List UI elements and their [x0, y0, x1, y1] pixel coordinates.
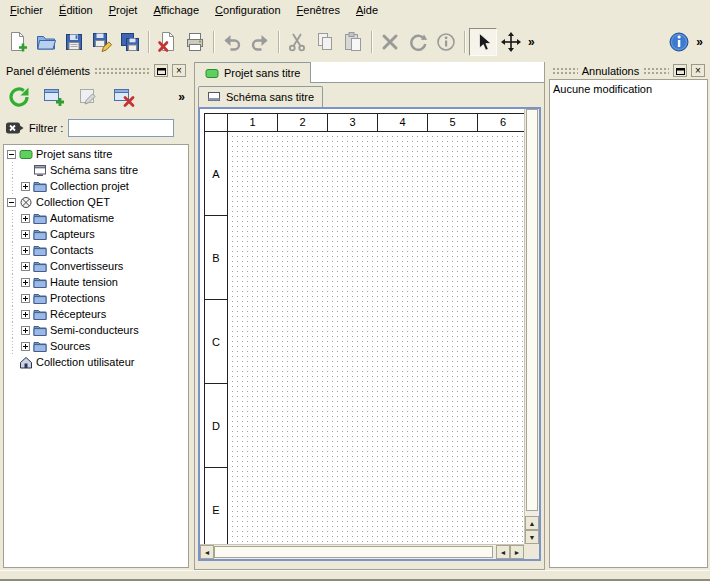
delete-button[interactable]: [376, 28, 404, 56]
filter-row: Filtrer :: [3, 115, 189, 141]
schema-icon: [207, 91, 221, 103]
tree-item-semi-conducteurs[interactable]: Semi-conducteurs: [4, 322, 188, 338]
move-tool-button[interactable]: [497, 28, 525, 56]
panel-overflow-button[interactable]: »: [175, 90, 188, 104]
cut-button[interactable]: [283, 28, 311, 56]
scroll-down-button[interactable]: ▼: [525, 530, 539, 544]
menu-projet[interactable]: Projet: [101, 0, 146, 22]
tree-item-recepteurs[interactable]: Récepteurs: [4, 306, 188, 322]
scroll-right-button[interactable]: ►: [510, 545, 524, 559]
statusbar: [0, 570, 710, 581]
filter-input[interactable]: [68, 119, 174, 137]
toolbar-overflow-button[interactable]: »: [525, 35, 538, 49]
expand-toggle[interactable]: [21, 262, 30, 271]
print-button[interactable]: [181, 28, 209, 56]
schema-canvas[interactable]: 1 2 3 4 5 6 A B C: [200, 109, 524, 544]
tree-item-protections[interactable]: Protections: [4, 290, 188, 306]
menu-edition[interactable]: Édition: [51, 0, 101, 22]
about-icon: [668, 31, 690, 53]
undo-history-list[interactable]: Aucune modification: [549, 79, 708, 568]
expand-toggle[interactable]: [21, 182, 30, 191]
menu-configuration[interactable]: Configuration: [207, 0, 288, 22]
tree-item-collection-projet[interactable]: Collection projet: [4, 178, 188, 194]
tree-item-capteurs[interactable]: Capteurs: [4, 226, 188, 242]
dock-grip[interactable]: [552, 67, 578, 74]
information-button[interactable]: [432, 28, 460, 56]
close-panel-button[interactable]: ×: [172, 64, 186, 77]
schema-editor[interactable]: 1 2 3 4 5 6 A B C: [198, 107, 541, 561]
expand-toggle[interactable]: [21, 342, 30, 351]
edit-element-button[interactable]: [74, 82, 104, 112]
schema-tab-label: Schéma sans titre: [226, 91, 314, 103]
close-panel-button[interactable]: ×: [691, 64, 705, 77]
tree-item-haute-tension[interactable]: Haute tension: [4, 274, 188, 290]
tree-item-collection-qet[interactable]: Collection QET: [4, 194, 188, 210]
expand-toggle[interactable]: [21, 294, 30, 303]
elements-panel-titlebar[interactable]: Panel d'éléments ×: [3, 62, 189, 79]
menu-fenetres[interactable]: Fenêtres: [289, 0, 348, 22]
hscroll-thumb[interactable]: [214, 546, 493, 558]
open-project-button[interactable]: [32, 28, 60, 56]
redo-icon: [249, 31, 271, 53]
tab-schema-sans-titre[interactable]: Schéma sans titre: [198, 86, 323, 107]
scroll-up-button[interactable]: ▲: [525, 516, 539, 530]
save-all-button[interactable]: [116, 28, 144, 56]
paste-button[interactable]: [339, 28, 367, 56]
tree-item-sources[interactable]: Sources: [4, 338, 188, 354]
copy-icon: [314, 31, 336, 53]
undo-button[interactable]: [218, 28, 246, 56]
undo-list-item[interactable]: Aucune modification: [553, 82, 704, 96]
information-icon: [435, 31, 457, 53]
expand-toggle[interactable]: [21, 326, 30, 335]
dock-grip[interactable]: [94, 67, 150, 74]
collapse-toggle[interactable]: [7, 198, 16, 207]
project-icon: [19, 148, 33, 161]
save-all-icon: [119, 31, 141, 53]
close-file-button[interactable]: [153, 28, 181, 56]
float-panel-button[interactable]: [673, 64, 687, 77]
save-button[interactable]: [60, 28, 88, 56]
clear-filter-icon[interactable]: [5, 120, 24, 136]
vertical-scrollbar[interactable]: ▲ ▼: [524, 109, 539, 544]
copy-button[interactable]: [311, 28, 339, 56]
tree-item-collection-utilisateur[interactable]: Collection utilisateur: [4, 354, 188, 370]
pointer-tool-button[interactable]: [469, 28, 497, 56]
float-panel-button[interactable]: [154, 64, 168, 77]
dock-grip[interactable]: [643, 67, 669, 74]
tree-item-contacts[interactable]: Contacts: [4, 242, 188, 258]
reload-collections-button[interactable]: [4, 82, 34, 112]
new-document-button[interactable]: [4, 28, 32, 56]
expand-toggle[interactable]: [21, 278, 30, 287]
menu-affichage[interactable]: Affichage: [145, 0, 207, 22]
tree-item-project[interactable]: Projet sans titre: [4, 146, 188, 162]
horizontal-scrollbar[interactable]: ◄ ◄ ►: [200, 544, 524, 559]
scroll-left-button[interactable]: ◄: [200, 545, 214, 559]
new-element-button[interactable]: [39, 82, 69, 112]
redo-button[interactable]: [246, 28, 274, 56]
pointer-icon: [472, 31, 494, 53]
rotate-button[interactable]: [404, 28, 432, 56]
collapse-toggle[interactable]: [7, 150, 16, 159]
delete-element-button[interactable]: [109, 82, 139, 112]
tree-item-automatisme[interactable]: Automatisme: [4, 210, 188, 226]
expand-toggle[interactable]: [21, 230, 30, 239]
scroll-left-button-2[interactable]: ◄: [496, 545, 510, 559]
menu-aide[interactable]: Aide: [348, 0, 386, 22]
vscroll-thumb[interactable]: [526, 109, 538, 511]
undo-panel-titlebar[interactable]: Annulations ×: [549, 62, 708, 79]
expand-toggle[interactable]: [21, 214, 30, 223]
tree-item-convertisseurs[interactable]: Convertisseurs: [4, 258, 188, 274]
tree-item-schema[interactable]: Schéma sans titre: [4, 162, 188, 178]
schema-sheet: 1 2 3 4 5 6 A B C: [204, 113, 524, 544]
tabbar-empty-area: [311, 62, 544, 83]
expand-toggle[interactable]: [21, 246, 30, 255]
menu-fichier[interactable]: Fichier: [2, 0, 51, 22]
dotted-grid[interactable]: [228, 132, 524, 544]
tab-projet-sans-titre[interactable]: Projet sans titre: [195, 62, 311, 83]
expand-toggle[interactable]: [21, 310, 30, 319]
about-button[interactable]: [665, 28, 693, 56]
scrollbar-corner: [524, 544, 539, 559]
save-as-button[interactable]: [88, 28, 116, 56]
help-overflow-button[interactable]: »: [693, 35, 706, 49]
collections-tree[interactable]: Projet sans titre Schéma sans titre: [3, 144, 189, 568]
